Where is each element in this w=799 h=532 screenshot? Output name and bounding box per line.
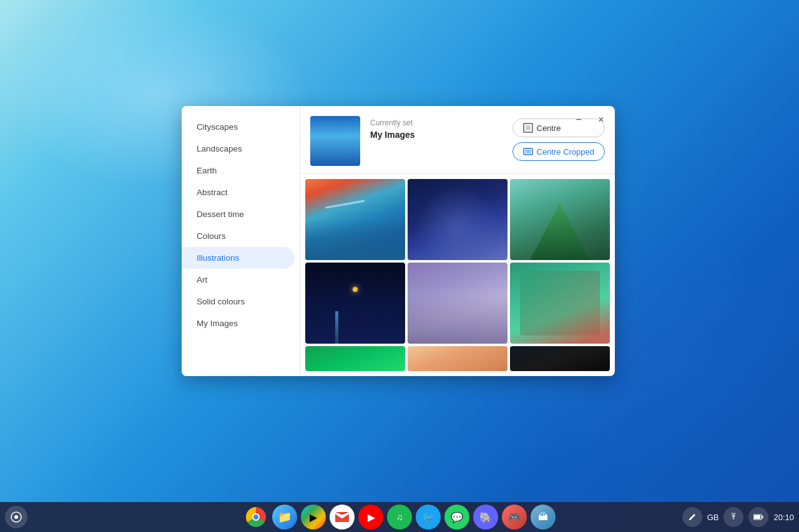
current-wallpaper-info: Currently set My Images xyxy=(370,116,502,140)
app-games[interactable]: 🎮 xyxy=(502,505,527,530)
svg-rect-8 xyxy=(762,516,763,518)
app-gmail[interactable] xyxy=(330,505,355,530)
sidebar-item-colours[interactable]: Colours xyxy=(182,225,295,247)
wallpaper-thumb-9[interactable] xyxy=(510,346,610,371)
centre-cropped-icon xyxy=(523,147,533,157)
wallpaper-thumb-8[interactable] xyxy=(408,346,507,371)
currently-set-label: Currently set xyxy=(370,118,502,127)
svg-rect-7 xyxy=(754,515,760,519)
network-icon[interactable] xyxy=(723,507,743,527)
close-button[interactable]: × xyxy=(592,111,610,128)
svg-rect-3 xyxy=(525,150,531,153)
sidebar-item-dessert-time[interactable]: Dessert time xyxy=(182,203,295,225)
app-whatsapp[interactable]: 💬 xyxy=(444,505,469,530)
launcher-icon xyxy=(11,511,22,523)
minimize-button[interactable]: − xyxy=(570,111,587,128)
current-wallpaper-thumbnail xyxy=(310,116,360,166)
centre-icon xyxy=(523,123,533,133)
wallpaper-thumb-2[interactable] xyxy=(408,179,507,260)
wallpaper-thumb-4[interactable] xyxy=(305,263,405,344)
wallpaper-dialog: Cityscapes Landscapes Earth Abstract Des… xyxy=(182,106,615,376)
sidebar-item-earth[interactable]: Earth xyxy=(182,160,295,181)
sidebar-item-illustrations[interactable]: Illustrations xyxy=(182,247,295,269)
taskbar-apps: 📁 ▶ ▶ ♫ 🐦 💬 🐘 xyxy=(243,505,556,530)
dialog-sidebar: Cityscapes Landscapes Earth Abstract Des… xyxy=(182,106,300,376)
taskbar-left xyxy=(5,506,27,528)
edit-button[interactable] xyxy=(682,507,702,527)
sidebar-item-my-images[interactable]: My Images xyxy=(182,312,295,334)
app-spotify[interactable]: ♫ xyxy=(387,505,412,530)
wifi-icon xyxy=(729,513,738,521)
wallpaper-thumb-1[interactable] xyxy=(305,179,405,260)
dialog-header: Currently set My Images Centre Cent xyxy=(300,106,615,174)
sidebar-item-solid-colours[interactable]: Solid colours xyxy=(182,291,295,312)
clock: 20:10 xyxy=(773,513,794,522)
sidebar-item-art[interactable]: Art xyxy=(182,269,295,291)
battery-display-icon xyxy=(753,514,763,520)
launcher-button[interactable] xyxy=(5,506,27,528)
wallpaper-grid xyxy=(300,174,615,376)
gb-label: GB xyxy=(707,513,719,522)
taskbar: 📁 ▶ ▶ ♫ 🐦 💬 🐘 xyxy=(0,502,799,532)
app-play-store[interactable]: ▶ xyxy=(301,505,326,530)
sidebar-item-landscapes[interactable]: Landscapes xyxy=(182,138,295,160)
app-files[interactable]: 📁 xyxy=(272,505,297,530)
dialog-main: − × Currently set My Images Centre xyxy=(300,106,615,376)
wallpaper-thumb-5[interactable] xyxy=(408,263,507,344)
taskbar-status: GB 20:10 xyxy=(682,507,794,527)
app-twitter[interactable]: 🐦 xyxy=(416,505,441,530)
app-chrome[interactable] xyxy=(243,505,268,530)
wallpaper-thumb-3[interactable] xyxy=(510,179,610,260)
wallpaper-thumb-6[interactable] xyxy=(510,263,610,344)
wallpaper-thumb-7[interactable] xyxy=(305,346,405,371)
current-wallpaper-name: My Images xyxy=(370,130,502,140)
svg-rect-1 xyxy=(526,125,531,130)
dialog-controls: − × xyxy=(570,111,610,128)
edit-icon xyxy=(688,513,697,521)
centre-cropped-button[interactable]: Centre Cropped xyxy=(512,142,605,161)
sidebar-item-cityscapes[interactable]: Cityscapes xyxy=(182,116,295,138)
app-youtube[interactable]: ▶ xyxy=(358,505,383,530)
battery-icon[interactable] xyxy=(748,507,768,527)
sidebar-item-abstract[interactable]: Abstract xyxy=(182,181,295,203)
app-mastodon[interactable]: 🐘 xyxy=(473,505,498,530)
svg-point-5 xyxy=(14,515,18,519)
app-photos[interactable]: 🏔 xyxy=(531,505,556,530)
